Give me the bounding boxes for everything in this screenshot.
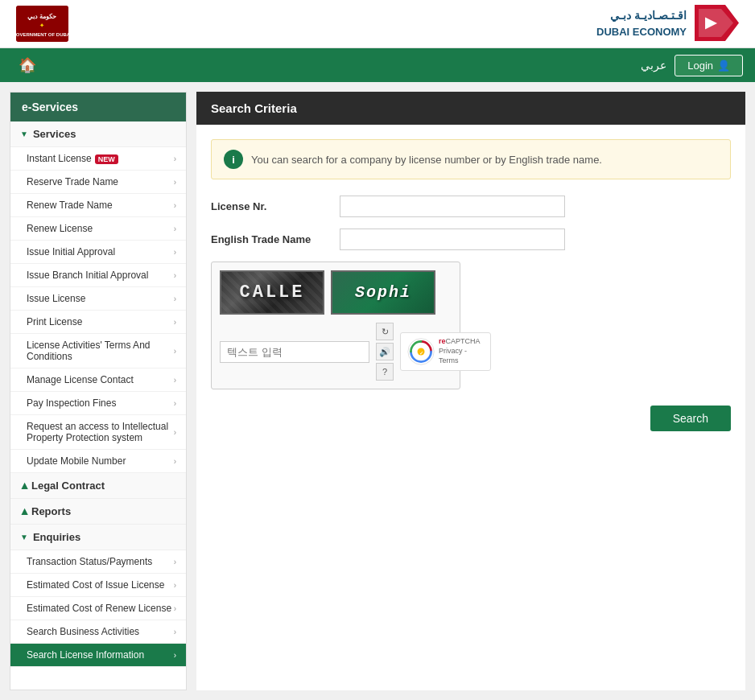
chevron-icon: › xyxy=(174,248,176,257)
svg-text:✓: ✓ xyxy=(419,350,423,356)
chevron-icon: › xyxy=(174,399,176,408)
sidebar-item-issue-license[interactable]: Issue License › xyxy=(10,287,186,311)
captcha-images: CALLE Sophi xyxy=(220,270,452,315)
chevron-icon: › xyxy=(174,581,176,590)
recaptcha-badge: ✓ reCAPTCHA Privacy - Terms xyxy=(400,332,491,371)
chevron-icon: › xyxy=(174,376,176,385)
dubai-economy-logo-area: اقـتـصـاديـة دبـي DUBAI ECONOMY ▶ xyxy=(596,5,739,43)
chevron-icon: › xyxy=(174,604,176,613)
captcha-container: CALLE Sophi ↻ 🔊 ? xyxy=(211,261,460,389)
login-button[interactable]: Login 👤 xyxy=(675,55,743,76)
sidebar-item-search-license-info[interactable]: Search License Information › xyxy=(10,644,186,667)
sidebar-item-update-mobile[interactable]: Update Mobile Number › xyxy=(10,450,186,473)
license-form-row: License Nr. xyxy=(211,196,731,217)
sidebar-section-services[interactable]: ▼ Services xyxy=(10,121,186,147)
sidebar: e-Services ▼ Services Instant LicenseNEW… xyxy=(10,92,187,690)
chevron-icon: › xyxy=(174,201,176,210)
sidebar-section-reports[interactable]: ▶ Reports xyxy=(10,499,186,525)
sidebar-item-estimated-cost-renew[interactable]: Estimated Cost of Renew License › xyxy=(10,597,186,620)
chevron-icon: › xyxy=(174,154,176,163)
captcha-bottom: ↻ 🔊 ? ✓ reC xyxy=(220,323,452,381)
arabic-toggle[interactable]: عربي xyxy=(641,59,666,72)
info-message: You can search for a company by license … xyxy=(251,154,602,166)
chevron-icon: › xyxy=(174,347,176,356)
login-icon: 👤 xyxy=(717,60,730,72)
main-container: e-Services ▼ Services Instant LicenseNEW… xyxy=(0,82,755,700)
captcha-input[interactable] xyxy=(220,341,369,363)
chevron-icon: › xyxy=(174,224,176,233)
captcha-help-button[interactable]: ? xyxy=(376,363,394,381)
chevron-icon: › xyxy=(174,558,176,566)
svg-text:GOVERNMENT OF DUBAI: GOVERNMENT OF DUBAI xyxy=(16,32,68,37)
sidebar-item-print-license[interactable]: Print License › xyxy=(10,311,186,334)
reports-arrow: ▶ xyxy=(19,509,28,515)
gov-dubai-logo: حكومة دبي ✦ GOVERNMENT OF DUBAI xyxy=(16,6,68,42)
enquiries-arrow: ▼ xyxy=(20,533,28,541)
sidebar-item-reserve-trade-name[interactable]: Reserve Trade Name › xyxy=(10,171,186,194)
dubai-economy-icon: ▶ xyxy=(695,5,739,43)
captcha-audio-button[interactable]: 🔊 xyxy=(376,343,394,360)
top-header: حكومة دبي ✦ GOVERNMENT OF DUBAI اقـتـصـا… xyxy=(0,0,755,48)
sidebar-section-legal-contract[interactable]: ▶ Legal Contract xyxy=(10,473,186,499)
recaptcha-text: reCAPTCHA Privacy - Terms xyxy=(439,337,483,365)
nav-right: عربي Login 👤 xyxy=(641,55,743,76)
sidebar-item-renew-license[interactable]: Renew License › xyxy=(10,217,186,241)
sidebar-item-pay-inspection-fines[interactable]: Pay Inspection Fines › xyxy=(10,392,186,415)
nav-bar: 🏠 عربي Login 👤 xyxy=(0,48,755,82)
chevron-icon: › xyxy=(174,428,176,437)
svg-text:✦: ✦ xyxy=(39,23,44,28)
home-button[interactable]: 🏠 xyxy=(12,50,43,80)
chevron-icon: › xyxy=(174,271,176,280)
trade-name-label: English Trade Name xyxy=(211,233,340,245)
captcha-image-1: CALLE xyxy=(220,270,324,315)
license-input[interactable] xyxy=(340,196,565,217)
chevron-icon: › xyxy=(174,178,176,187)
content-body: i You can search for a company by licens… xyxy=(196,125,745,446)
sidebar-item-instant-license[interactable]: Instant LicenseNEW › xyxy=(10,147,186,171)
sidebar-item-issue-branch-initial[interactable]: Issue Branch Initial Approval › xyxy=(10,264,186,287)
new-badge: NEW xyxy=(95,154,118,164)
license-label: License Nr. xyxy=(211,200,340,212)
chevron-icon: › xyxy=(174,318,176,327)
sidebar-title: e-Services xyxy=(10,93,186,121)
trade-name-form-row: English Trade Name xyxy=(211,229,731,250)
services-arrow: ▼ xyxy=(20,130,28,138)
sidebar-item-renew-trade-name[interactable]: Renew Trade Name › xyxy=(10,194,186,217)
legal-contract-arrow: ▶ xyxy=(19,483,28,489)
gov-logo-image: حكومة دبي ✦ GOVERNMENT OF DUBAI xyxy=(16,6,68,42)
recaptcha-icon: ✓ xyxy=(407,336,435,367)
search-button[interactable]: Search xyxy=(650,406,731,431)
content-area: Search Criteria i You can search for a c… xyxy=(196,92,745,690)
sidebar-item-search-business[interactable]: Search Business Activities › xyxy=(10,620,186,644)
trade-name-input[interactable] xyxy=(340,229,565,250)
captcha-image-2: Sophi xyxy=(331,270,435,315)
svg-text:▶: ▶ xyxy=(705,14,718,31)
captcha-controls: ↻ 🔊 ? xyxy=(376,323,394,381)
chevron-icon: › xyxy=(174,651,176,660)
svg-text:حكومة دبي: حكومة دبي xyxy=(27,13,56,20)
sidebar-item-ip-protection[interactable]: Request an access to Intellectual Proper… xyxy=(10,415,186,450)
chevron-icon: › xyxy=(174,294,176,303)
sidebar-item-issue-initial-approval[interactable]: Issue Initial Approval › xyxy=(10,241,186,264)
info-icon: i xyxy=(224,150,243,169)
dubai-economy-text: اقـتـصـاديـة دبـي DUBAI ECONOMY xyxy=(596,7,687,40)
sidebar-item-transaction-status[interactable]: Transaction Status/Payments › xyxy=(10,550,186,574)
sidebar-item-license-activities[interactable]: License Activities' Terms And Conditions… xyxy=(10,334,186,369)
info-banner: i You can search for a company by licens… xyxy=(211,139,731,179)
chevron-icon: › xyxy=(174,457,176,466)
chevron-icon: › xyxy=(174,628,176,636)
search-button-row: Search xyxy=(211,406,731,431)
sidebar-item-manage-license[interactable]: Manage License Contact › xyxy=(10,369,186,392)
captcha-refresh-button[interactable]: ↻ xyxy=(376,323,394,340)
sidebar-section-enquiries[interactable]: ▼ Enquiries xyxy=(10,525,186,550)
content-header: Search Criteria xyxy=(196,92,745,125)
sidebar-item-estimated-cost-issue[interactable]: Estimated Cost of Issue License › xyxy=(10,574,186,597)
